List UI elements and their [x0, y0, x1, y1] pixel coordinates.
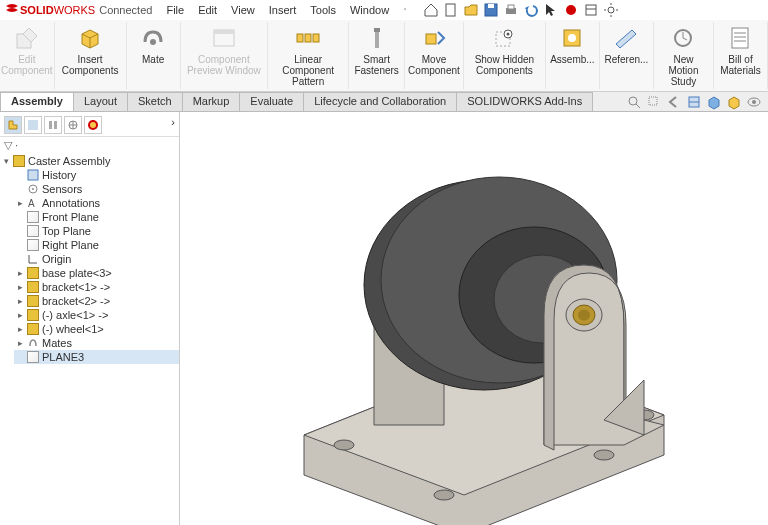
svg-rect-4: [508, 5, 514, 9]
ribbon-insert-components[interactable]: Insert Components: [55, 22, 127, 89]
tree-tab-config[interactable]: [44, 116, 62, 134]
menu-tools[interactable]: Tools: [304, 2, 342, 18]
tree-history[interactable]: History: [14, 168, 179, 182]
ribbon-reference-geometry[interactable]: Referen...: [600, 22, 654, 89]
svg-point-23: [568, 34, 576, 42]
menu-edit[interactable]: Edit: [192, 2, 223, 18]
smart-fasteners-icon: [363, 24, 391, 52]
tree-comp-baseplate[interactable]: ▸base plate<3>: [14, 266, 179, 280]
options-icon[interactable]: [583, 2, 599, 18]
tab-evaluate[interactable]: Evaluate: [239, 92, 304, 111]
menu-pin-icon[interactable]: [397, 2, 413, 18]
tree-sensors[interactable]: Sensors: [14, 182, 179, 196]
undo-icon[interactable]: [523, 2, 539, 18]
tree-right-plane[interactable]: Right Plane: [14, 238, 179, 252]
svg-rect-13: [297, 34, 303, 42]
mate-icon: [139, 24, 167, 52]
tab-layout[interactable]: Layout: [73, 92, 128, 111]
ribbon-edit-component: Edit Component: [0, 22, 55, 89]
tab-markup[interactable]: Markup: [182, 92, 241, 111]
svg-rect-44: [28, 170, 38, 180]
ribbon-mate[interactable]: Mate: [127, 22, 181, 89]
tree-top-plane[interactable]: Top Plane: [14, 224, 179, 238]
svg-point-35: [752, 100, 756, 104]
svg-point-52: [594, 450, 614, 460]
ribbon-assembly-features[interactable]: Assemb...: [546, 22, 600, 89]
tree-mates[interactable]: ▸Mates: [14, 336, 179, 350]
ribbon: Edit Component Insert Components Mate Co…: [0, 20, 768, 92]
previous-view-icon[interactable]: [666, 94, 682, 110]
svg-point-21: [507, 33, 510, 36]
menu-insert[interactable]: Insert: [263, 2, 303, 18]
tree-tab-property[interactable]: [24, 116, 42, 134]
svg-point-43: [90, 122, 96, 128]
svg-rect-12: [214, 30, 234, 34]
svg-rect-17: [375, 32, 379, 48]
settings-icon[interactable]: [603, 2, 619, 18]
3d-viewport[interactable]: [180, 112, 768, 525]
menu-window[interactable]: Window: [344, 2, 395, 18]
ribbon-motion-study[interactable]: New Motion Study: [654, 22, 714, 89]
svg-text:A: A: [28, 198, 35, 209]
ribbon-move-component[interactable]: Move Component: [405, 22, 464, 89]
svg-rect-6: [586, 5, 596, 15]
ribbon-smart-fasteners[interactable]: Smart Fasteners: [349, 22, 405, 89]
svg-point-5: [566, 5, 576, 15]
caster-model-rendering: [244, 125, 704, 525]
tree-plane3[interactable]: PLANE3: [14, 350, 179, 364]
svg-rect-16: [374, 28, 380, 32]
menu-file[interactable]: File: [160, 2, 190, 18]
solidworks-logo-icon: [4, 2, 20, 18]
menu-view[interactable]: View: [225, 2, 261, 18]
svg-rect-37: [49, 121, 52, 129]
tree-comp-wheel[interactable]: ▸(-) wheel<1>: [14, 322, 179, 336]
tree-filter[interactable]: ▽ ·: [0, 137, 179, 154]
tree-comp-bracket1[interactable]: ▸bracket<1> ->: [14, 280, 179, 294]
rebuild-icon[interactable]: [563, 2, 579, 18]
tab-assembly[interactable]: Assembly: [0, 92, 74, 111]
zoom-area-icon[interactable]: [646, 94, 662, 110]
svg-point-61: [578, 309, 590, 320]
ribbon-component-preview: Component Preview Window: [181, 22, 269, 89]
svg-point-50: [334, 440, 354, 450]
tab-sketch[interactable]: Sketch: [127, 92, 183, 111]
tree-tab-dimxpert[interactable]: [64, 116, 82, 134]
tree-comp-bracket2[interactable]: ▸bracket<2> ->: [14, 294, 179, 308]
view-orientation-icon[interactable]: [706, 94, 722, 110]
select-icon[interactable]: [543, 2, 559, 18]
section-view-icon[interactable]: [686, 94, 702, 110]
tab-lifecycle[interactable]: Lifecycle and Collaboration: [303, 92, 457, 111]
edit-component-icon: [13, 24, 41, 52]
tree-tab-feature[interactable]: [4, 116, 22, 134]
svg-point-46: [32, 188, 34, 190]
tab-addins[interactable]: SOLIDWORKS Add-Ins: [456, 92, 593, 111]
svg-rect-38: [54, 121, 57, 129]
svg-rect-15: [313, 34, 319, 42]
home-icon[interactable]: [423, 2, 439, 18]
assembly-features-icon: [558, 24, 586, 52]
display-style-icon[interactable]: [726, 94, 742, 110]
ribbon-show-hidden[interactable]: Show Hidden Components: [464, 22, 546, 89]
new-icon[interactable]: [443, 2, 459, 18]
tree-root[interactable]: ▾Caster Assembly: [0, 154, 179, 168]
motion-study-icon: [669, 24, 697, 52]
save-icon[interactable]: [483, 2, 499, 18]
tree-expand-icon[interactable]: ›: [171, 116, 175, 134]
tree-comp-axle[interactable]: ▸(-) axle<1> ->: [14, 308, 179, 322]
svg-point-8: [608, 7, 614, 13]
tree-front-plane[interactable]: Front Plane: [14, 210, 179, 224]
svg-rect-18: [426, 34, 436, 44]
print-icon[interactable]: [503, 2, 519, 18]
tree-origin[interactable]: Origin: [14, 252, 179, 266]
ribbon-bom[interactable]: Bill of Materials: [714, 22, 768, 89]
svg-rect-0: [446, 4, 455, 16]
connection-status: Connected: [99, 4, 152, 16]
tree-tab-display[interactable]: [84, 116, 102, 134]
zoom-fit-icon[interactable]: [626, 94, 642, 110]
linear-pattern-icon: [294, 24, 322, 52]
ribbon-linear-pattern[interactable]: Linear Component Pattern: [268, 22, 349, 89]
open-icon[interactable]: [463, 2, 479, 18]
reference-icon: [612, 24, 640, 52]
hide-show-icon[interactable]: [746, 94, 762, 110]
tree-annotations[interactable]: ▸AAnnotations: [14, 196, 179, 210]
